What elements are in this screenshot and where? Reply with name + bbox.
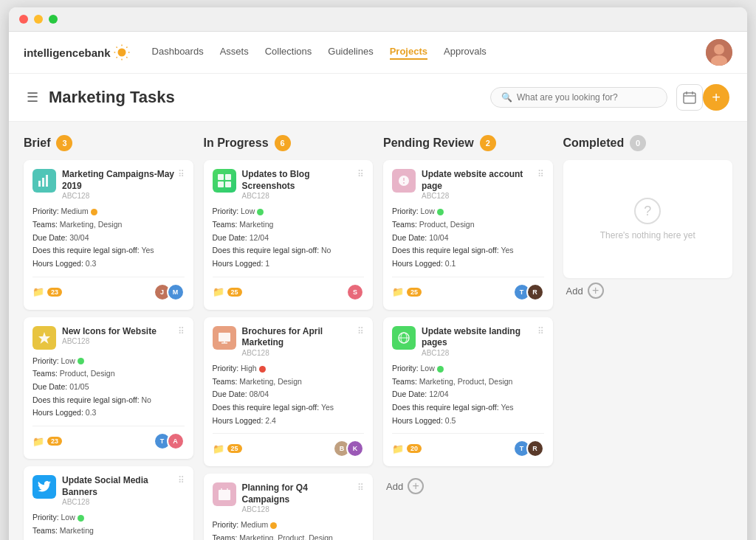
card-c8-id: ABC128	[422, 349, 537, 357]
avatar-2: M	[167, 283, 185, 301]
card-c5-due: Due Date: 08/04	[213, 389, 365, 400]
hamburger-icon[interactable]: ☰	[27, 89, 38, 105]
card-c5[interactable]: Brochures for April Marketing ABC128 ⠿ P…	[204, 317, 374, 467]
user-avatar[interactable]	[706, 39, 732, 66]
browser-chrome	[9, 7, 747, 32]
avatar-2: K	[346, 440, 364, 457]
card-c5-id: ABC128	[242, 349, 358, 357]
card-c2-icon	[32, 326, 56, 350]
column-completed-header: Completed 0	[563, 135, 733, 151]
card-c8-teams: Teams: Marketing, Product, Design	[392, 376, 544, 387]
fullscreen-dot[interactable]	[49, 15, 58, 24]
card-c8-title: Update website landing pages	[422, 326, 537, 349]
card-c5-icon	[213, 326, 236, 350]
nav-assets[interactable]: Assets	[220, 46, 249, 60]
card-c6-id: ABC128	[242, 505, 358, 513]
card-c8-avatars: T R	[513, 440, 544, 457]
question-icon: ?	[634, 198, 661, 224]
card-c2-hours: Hours Logged: 0.3	[32, 407, 185, 418]
add-card-pending[interactable]: Add +	[383, 474, 553, 499]
card-c3[interactable]: Update Social Media Banners ABC128 ⠿ Pri…	[24, 466, 193, 540]
column-pending-badge: 2	[480, 135, 496, 151]
search-input[interactable]	[517, 92, 656, 103]
card-c8-drag[interactable]: ⠿	[537, 326, 544, 336]
column-pending-review: Pending Review 2 Update website account …	[383, 135, 553, 540]
add-circle-icon: +	[588, 283, 604, 299]
card-c5-hours: Hours Logged: 2.4	[213, 415, 365, 426]
column-in-progress-header: In Progress 6	[204, 135, 374, 151]
folder-icon: 📁	[213, 286, 224, 297]
card-c8-priority: Priority: Low	[392, 363, 544, 374]
nav-guidelines[interactable]: Guidelines	[328, 46, 373, 60]
nav-right	[706, 39, 732, 66]
card-c7-priority: Priority: Low	[392, 206, 544, 217]
column-brief-badge: 3	[56, 135, 72, 151]
card-c1-drag[interactable]: ⠿	[178, 169, 185, 179]
page-header: ☰ Marketing Tasks 🔍 +	[9, 74, 747, 122]
card-c3-title: Update Social Media Banners	[62, 475, 178, 498]
nav-projects[interactable]: Projects	[390, 46, 427, 60]
card-c4-hours: Hours Logged: 1	[213, 258, 365, 269]
card-c2-id: ABC128	[62, 337, 178, 345]
card-c6[interactable]: Planning for Q4 Campaigns ABC128 ⠿ Prior…	[204, 474, 374, 540]
card-c2-teams: Teams: Product, Design	[32, 368, 185, 379]
card-c1-attachments: 📁 23	[32, 286, 62, 297]
card-c6-teams: Teams: Marketing, Product, Design	[213, 533, 365, 540]
svg-rect-23	[225, 181, 231, 187]
card-c7-hours: Hours Logged: 0.1	[392, 258, 544, 269]
card-c7[interactable]: Update website account page ABC128 ⠿ Pri…	[383, 160, 553, 310]
nav-collections[interactable]: Collections	[265, 46, 312, 60]
card-c5-drag[interactable]: ⠿	[357, 326, 364, 336]
card-c4[interactable]: Updates to Blog Screenshots ABC128 ⠿ Pri…	[204, 160, 374, 310]
svg-point-33	[403, 182, 405, 184]
logo-sun-icon	[114, 44, 130, 60]
card-c4-drag[interactable]: ⠿	[357, 169, 364, 179]
avatar-2: R	[526, 283, 544, 301]
card-c8[interactable]: Update website landing pages ABC128 ⠿ Pr…	[383, 317, 553, 467]
card-c7-drag[interactable]: ⠿	[537, 169, 544, 179]
card-c4-due: Due Date: 12/04	[213, 232, 365, 243]
card-c2[interactable]: New Icons for Website ABC128 ⠿ Priority:…	[24, 317, 193, 459]
card-c2-due: Due Date: 01/05	[32, 381, 185, 392]
card-c5-attachments: 📁 25	[213, 443, 242, 454]
svg-rect-20	[218, 174, 224, 180]
card-c6-icon	[213, 482, 236, 506]
card-c3-icon	[32, 475, 56, 499]
column-in-progress-title: In Progress	[204, 136, 269, 150]
card-c4-priority: Priority: Low	[213, 206, 365, 217]
add-button[interactable]: +	[703, 84, 729, 111]
close-dot[interactable]	[19, 15, 28, 24]
card-c7-icon	[392, 169, 416, 193]
card-c7-due: Due Date: 10/04	[392, 232, 544, 243]
logo-text: intelligencebank	[24, 46, 111, 59]
card-c5-title: Brochures for April Marketing	[242, 326, 358, 349]
svg-point-10	[714, 44, 724, 55]
card-c2-priority: Priority: Low	[32, 356, 185, 367]
empty-state: ? There's nothing here yet	[563, 160, 733, 278]
card-c4-teams: Teams: Marketing	[213, 219, 365, 230]
avatar-1: S	[346, 283, 364, 301]
card-c7-teams: Teams: Product, Design	[392, 219, 544, 230]
card-c3-drag[interactable]: ⠿	[178, 475, 185, 485]
card-c1[interactable]: Marketing Campaigns-May 2019 ABC128 ⠿ Pr…	[24, 160, 193, 310]
card-c1-avatars: J M	[154, 283, 185, 301]
svg-line-8	[116, 57, 117, 58]
add-label: Add	[386, 481, 403, 492]
svg-rect-16	[38, 181, 41, 187]
nav-approvals[interactable]: Approvals	[444, 46, 487, 60]
card-c2-drag[interactable]: ⠿	[178, 326, 185, 336]
card-c8-legal: Does this require legal sign-off: Yes	[392, 402, 544, 413]
card-c1-legal: Does this require legal sign-off: Yes	[32, 245, 185, 256]
calendar-button[interactable]	[676, 84, 703, 111]
minimize-dot[interactable]	[34, 15, 43, 24]
column-brief-title: Brief	[24, 136, 50, 150]
add-circle-icon: +	[408, 478, 424, 494]
card-c1-teams: Teams: Marketing, Design	[32, 219, 185, 230]
card-c6-drag[interactable]: ⠿	[357, 482, 364, 493]
kanban-board: Brief 3 Marketing Campaigns-May 2019 ABC…	[9, 122, 747, 540]
nav-dashboards[interactable]: Dashboards	[152, 46, 204, 60]
svg-rect-18	[46, 175, 48, 187]
card-c2-attachments: 📁 23	[32, 436, 62, 447]
add-card-completed[interactable]: Add +	[563, 278, 733, 303]
card-c8-hours: Hours Logged: 0.5	[392, 415, 544, 426]
